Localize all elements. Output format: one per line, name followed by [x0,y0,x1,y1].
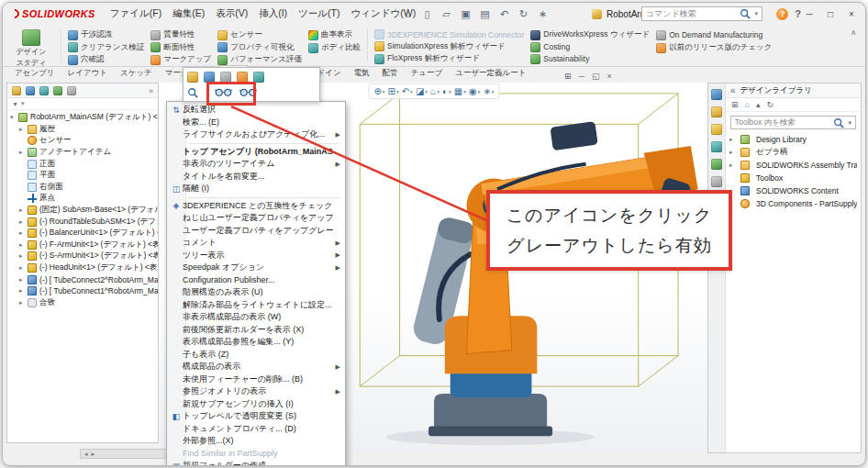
context-menu-item[interactable]: ▣ 新規フォルダーの作成... [167,460,345,466]
context-menu-item[interactable]: ねじ山ユーザー定義プロパティをアップ... [167,212,345,225]
context-menu-item[interactable]: コメント ▶ [167,237,345,250]
context-menu-item[interactable]: 新規サブアセンブリの挿入 (I) [167,398,345,411]
close-button[interactable]: × [845,9,858,19]
ribbon-tab[interactable]: 電気 [348,65,376,83]
doc-close-icon[interactable]: × [606,72,611,81]
tree-item[interactable]: ▸ 履歴 [7,124,158,136]
design-library-icon[interactable] [711,106,722,117]
context-menu-item[interactable]: 未使用フィーチャーの削除... (B) [167,373,345,386]
context-menu-item[interactable]: Speedpak オプション ▶ [167,262,345,274]
menu-item[interactable]: ツール(T) [293,5,345,23]
tree-expand-icon[interactable]: ▸ [19,149,28,156]
simulationxpress-wizard-button[interactable]: SimulationXpress 解析ウィザード [374,41,524,52]
library-item[interactable]: ▸ SOLIDWORKS Assembly Training Files [726,159,861,172]
context-menu-item[interactable]: ◧ トップレベルで透明度変更 (S) [167,410,345,423]
file-explorer-icon[interactable] [711,124,722,135]
context-menu-item[interactable]: トップ アセンブリ (RobotArm_MainASM) [167,146,345,159]
minimize-button[interactable]: ─ [803,9,816,19]
context-menu-item[interactable]: ユーザー定義プロパティをアップグレード [167,225,345,238]
ribbon-tab[interactable]: スケッチ [114,65,159,83]
section-properties-button[interactable]: 断面特性 [150,42,211,53]
context-menu-item[interactable]: 非表示のツリーアイテム ▶ [167,158,345,171]
ribbon-tab[interactable]: アセンブリ [8,65,61,83]
tree-expand-icon[interactable]: ▸ [729,149,737,156]
3dexperience-simulation-connector-button[interactable]: 3DEXPERIENCE Simulation Connector [374,29,524,39]
on-demand-manufacturing-button[interactable]: On Demand Manufacturing [656,29,772,41]
curvature-display-button[interactable]: 曲率表示 [308,29,361,41]
command-search-input[interactable]: コマンド検索 ▾ [641,6,762,21]
hole-alignment-button[interactable]: 穴確認 [68,54,144,65]
edit-assembly-icon[interactable] [187,72,198,83]
ribbon-tab[interactable]: ユーザー定義ルート [449,65,532,83]
context-menu-item[interactable]: 前後関係更新ホルダーを表示 (X) [167,324,345,337]
tree-expand-icon[interactable]: ▸ [19,287,28,295]
open-part-icon[interactable] [253,72,264,83]
previous-view-icon[interactable]: ↶▾ [402,86,413,96]
tree-item[interactable]: 正面 [7,158,158,170]
context-menu-item[interactable]: 参照ジオメトリの表示 ▶ [167,385,345,398]
context-menu-item[interactable]: ドキュメントプロパティ... (D) [167,423,345,436]
custom-properties-icon[interactable] [711,176,722,187]
apply-scene-icon[interactable]: ▦▾ [454,86,466,96]
library-item[interactable]: ▸ Design Library [726,133,861,146]
tree-item[interactable]: ▸ (-) RoundTableSubASM<1> (デフォルト) [7,216,158,228]
doc-cascade-icon[interactable]: ⊞ [564,72,572,81]
insert-component-icon[interactable] [204,72,215,83]
context-menu-item[interactable]: 子も表示 (Z) [167,349,345,362]
zoom-area-icon[interactable]: ⊞▾ [388,86,399,96]
featuremanager-tab-icon[interactable] [12,86,21,95]
undo-icon[interactable]: ↶ [496,6,512,22]
ribbon-tab[interactable]: チューブ [405,65,450,83]
design-study-button[interactable]: デザイン スタディ [8,27,54,64]
context-menu-item[interactable]: ◈ 3DEXPERIENCE との互換性をチェック... [167,200,345,213]
tree-item[interactable]: 右側面 [7,182,158,194]
sensor-button[interactable]: センサー [217,29,302,40]
tree-expand-icon[interactable]: ▸ [19,264,28,272]
context-menu-item[interactable]: 階層構造のみ表示 (U) [167,286,345,299]
context-menu-item[interactable]: 構成部品の表示 ▶ [167,361,345,373]
context-menu-item[interactable]: ◫ 隔離 (I) [167,183,345,195]
floxpress-wizard-button[interactable]: FloXpress 解析ウィザード [374,53,524,64]
library-item[interactable]: ▸ ゼブラ柄 [726,146,861,159]
context-menu-item[interactable]: 外部参照...(X) [167,435,345,448]
rebuild-icon[interactable]: ↻ [516,6,531,22]
view-palette-icon[interactable] [711,141,722,152]
edit-appearance-icon[interactable]: ◉▾ [469,86,481,96]
new-document-icon[interactable]: ▯ [419,6,435,22]
search-icon[interactable] [740,8,751,19]
manager-tab-overflow-icon[interactable]: » [149,86,153,95]
save-icon[interactable]: ▣ [458,6,473,22]
context-menu-item[interactable]: ツリー表示 ▶ [167,250,345,262]
context-menu-item[interactable]: ライフサイクルおよびアクティブ化... ▶ [167,128,345,141]
mass-properties-button[interactable]: 質量特性 [150,29,211,40]
tree-expand-icon[interactable]: ▸ [19,218,28,226]
open-document-icon[interactable]: ▱ [439,6,454,22]
tree-item[interactable]: ▸ (-) [ TubeConnect2^RobotArm_Main... [7,273,158,285]
print-icon[interactable]: ▤ [477,6,493,22]
menu-item[interactable]: 表示(V) [210,5,253,23]
context-menu-item[interactable]: 表示構成部品参照を編集... (Y) [167,336,345,349]
menu-item[interactable]: 編集(E) [167,5,210,23]
library-item[interactable]: Toolbox [726,172,861,184]
tree-item[interactable]: ▸ (-) F-ArmUnit<1> (デフォルト) <表示状... [7,240,158,251]
doc-restore-icon[interactable]: ◱ [592,72,600,81]
tree-item[interactable]: センサー [7,135,158,147]
tree-expand-icon[interactable]: ▸ [19,126,28,133]
tree-expand-icon[interactable]: ▸ [19,299,28,306]
context-menu-item[interactable]: Configuration Publisher... [167,274,345,287]
login-icon[interactable]: ? [776,8,788,20]
collapse-ribbon-icon[interactable]: ∧ [847,27,860,39]
context-menu-item[interactable]: 非表示構成部品の表示 (W) [167,311,345,324]
display-style-icon[interactable]: ◐▾ [442,86,451,96]
maximize-button[interactable]: □ [824,9,837,19]
dimxpertmanager-tab-icon[interactable] [53,86,62,95]
previous-release-check-button[interactable]: 以前のリリース版のチェック [656,42,772,54]
interference-detection-button[interactable]: 干渉認識 [68,29,144,40]
sustainability-button[interactable]: Sustainability [530,54,650,65]
options-icon[interactable]: ∗ [535,6,551,22]
appearances-scenes-icon[interactable] [711,159,722,170]
toolbox-search-input[interactable]: Toolbox 内を検索 ▾ [730,116,856,129]
compare-bodies-button[interactable]: ボディ比較 [308,42,361,54]
tree-item[interactable]: ▾ RobotArm_MainASM (デフォルト) <表示状態 [7,112,158,124]
markup-button[interactable]: マークアップ [150,54,211,65]
